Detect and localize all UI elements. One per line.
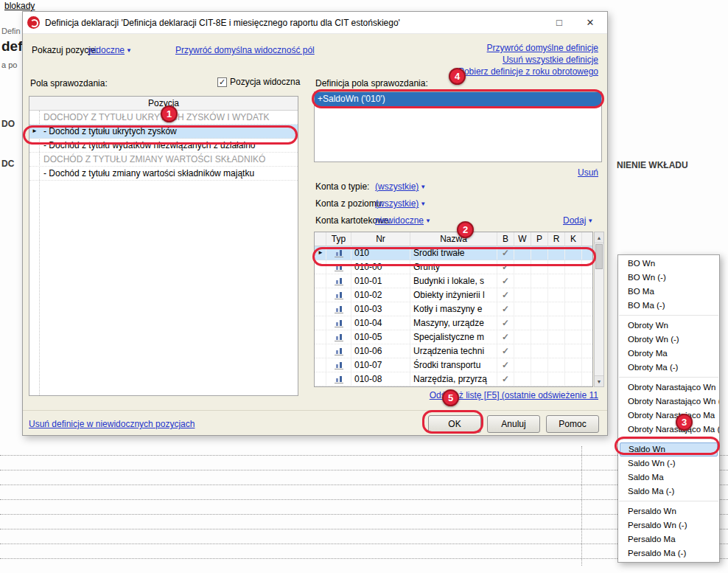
account-row[interactable]: 010-02 Obiekty inżynierii l ✓ — [315, 288, 592, 302]
check-p[interactable] — [531, 302, 548, 316]
menu-item-obroty-narastajaco-wn-minus[interactable]: Obroty Narastająco Wn (-) — [618, 395, 719, 409]
check-b[interactable]: ✓ — [497, 330, 514, 344]
check-w[interactable] — [514, 274, 531, 288]
column-nazwa[interactable]: Nazwa — [410, 232, 497, 246]
check-w[interactable] — [514, 372, 531, 386]
remove-definition-link[interactable]: Usuń — [578, 167, 598, 178]
delete-all-definitions-link[interactable]: Usuń wszystkie definicje — [458, 54, 598, 66]
column-w[interactable]: W — [514, 232, 531, 246]
account-row[interactable]: 010-08 Narzędzia, przyrzą ✓ — [315, 372, 592, 386]
check-r[interactable] — [548, 372, 565, 386]
column-nr[interactable]: Nr — [351, 232, 410, 246]
scroll-down-icon[interactable]: ▼ — [595, 375, 603, 386]
account-nr: 010-07 — [351, 358, 410, 372]
check-p[interactable] — [531, 372, 548, 386]
menu-item-obroty-wn-minus[interactable]: Obroty Wn (-) — [618, 333, 719, 347]
column-p[interactable]: P — [531, 232, 548, 246]
check-p[interactable] — [531, 288, 548, 302]
check-p[interactable] — [531, 274, 548, 288]
menu-item-saldo-ma-minus[interactable]: Saldo Ma (-) — [618, 485, 719, 499]
check-r[interactable] — [548, 344, 565, 358]
scrollbar-thumb[interactable] — [595, 244, 603, 269]
menu-item-persaldo-ma-minus[interactable]: Persaldo Ma (-) — [618, 546, 719, 560]
account-row[interactable]: 010-04 Maszyny, urządze ✓ — [315, 316, 592, 330]
account-row[interactable]: 010-05 Specjalistyczne m ✓ — [315, 330, 592, 344]
check-b[interactable]: ✓ — [497, 372, 514, 386]
check-k[interactable] — [565, 358, 582, 372]
menu-item-obroty-wn[interactable]: Obroty Wn — [618, 319, 719, 333]
show-positions-dropdown[interactable]: widoczne▼ — [88, 45, 132, 55]
check-w[interactable] — [514, 316, 531, 330]
column-k[interactable]: K — [565, 232, 582, 246]
check-r[interactable] — [548, 302, 565, 316]
check-b[interactable]: ✓ — [497, 344, 514, 358]
check-b[interactable]: ✓ — [497, 316, 514, 330]
check-k[interactable] — [565, 330, 582, 344]
check-r[interactable] — [548, 358, 565, 372]
account-row[interactable]: 010-03 Kotły i maszyny e ✓ — [315, 302, 592, 316]
column-typ[interactable]: Typ — [326, 232, 351, 246]
menu-item-persaldo-wn-minus[interactable]: Persaldo Wn (-) — [618, 518, 719, 532]
accounts-card-dropdown[interactable]: niewidoczne▼ — [375, 215, 431, 226]
check-k[interactable] — [565, 274, 582, 288]
menu-item-bo-wn[interactable]: BO Wn — [618, 257, 719, 271]
menu-item-saldo-wn-minus[interactable]: Saldo Wn (-) — [618, 456, 719, 470]
menu-item-bo-wn-minus[interactable]: BO Wn (-) — [618, 271, 719, 285]
definition-dialog: Definicja deklaracji 'Definicja deklarac… — [22, 11, 608, 436]
menu-item-persaldo-ma[interactable]: Persaldo Ma — [618, 532, 719, 546]
check-r[interactable] — [548, 288, 565, 302]
restore-default-definitions-link[interactable]: Przywróć domyślne definicje — [458, 42, 598, 54]
menu-item-persaldo-wn[interactable]: Persaldo Wn — [618, 504, 719, 518]
maximize-icon[interactable]: □ — [550, 15, 569, 31]
check-w[interactable] — [514, 358, 531, 372]
accounts-level-dropdown[interactable]: (wszystkie)▼ — [375, 198, 426, 209]
scroll-up-icon[interactable]: ▲ — [595, 232, 603, 243]
menu-item-bo-ma-minus[interactable]: BO Ma (-) — [618, 299, 719, 313]
check-b[interactable]: ✓ — [497, 302, 514, 316]
account-row[interactable]: 010-07 Środki transportu ✓ — [315, 358, 592, 372]
account-row[interactable]: 010-01 Budynki i lokale, s ✓ — [315, 274, 592, 288]
list-item[interactable]: DOCHÓD Z TYTUŁU ZMIANY WARTOŚCI SKŁADNIK… — [29, 153, 298, 167]
check-b[interactable]: ✓ — [497, 358, 514, 372]
cancel-button[interactable]: Anuluj — [487, 415, 540, 433]
position-visible-checkbox[interactable]: ✓ Pozycja widoczna — [217, 77, 300, 87]
close-icon[interactable]: ✕ — [581, 15, 600, 31]
account-row[interactable]: 010-06 Urządzenia techni ✓ — [315, 344, 592, 358]
help-button[interactable]: Pomoc — [546, 415, 599, 433]
check-r[interactable] — [548, 330, 565, 344]
menu-item-obroty-ma-minus[interactable]: Obroty Ma (-) — [618, 361, 719, 375]
list-item[interactable]: - Dochód z tytułu zmiany wartości składn… — [29, 167, 298, 181]
check-r[interactable] — [548, 274, 565, 288]
menu-item-obroty-ma[interactable]: Obroty Ma — [618, 347, 719, 361]
check-w[interactable] — [514, 330, 531, 344]
check-w[interactable] — [514, 302, 531, 316]
menu-item-obroty-narastajaco-ma-minus[interactable]: Obroty Narastająco Ma (-) — [618, 423, 719, 437]
remove-definitions-link[interactable]: Usuń definicje w niewidocznych pozycjach — [29, 419, 195, 429]
check-p[interactable] — [531, 358, 548, 372]
accounts-type-dropdown[interactable]: (wszystkie)▼ — [375, 181, 426, 192]
add-dropdown[interactable]: Dodaj▼ — [563, 215, 593, 226]
check-k[interactable] — [565, 344, 582, 358]
background-tab-blokady[interactable]: blokady — [4, 1, 35, 11]
dialog-titlebar[interactable]: Definicja deklaracji 'Definicja deklarac… — [23, 12, 607, 34]
check-p[interactable] — [531, 344, 548, 358]
check-k[interactable] — [565, 316, 582, 330]
column-b[interactable]: B — [497, 232, 514, 246]
menu-item-obroty-narastajaco-ma[interactable]: Obroty Narastająco Ma — [618, 409, 719, 423]
check-w[interactable] — [514, 344, 531, 358]
check-r[interactable] — [548, 316, 565, 330]
check-k[interactable] — [565, 302, 582, 316]
check-k[interactable] — [565, 372, 582, 386]
get-definitions-from-fiscal-year-link[interactable]: Pobierz definicje z roku obrotowego — [458, 66, 598, 77]
check-p[interactable] — [531, 316, 548, 330]
restore-visibility-link[interactable]: Przywróć domyślna widoczność pól — [175, 45, 315, 55]
menu-item-saldo-ma[interactable]: Saldo Ma — [618, 470, 719, 485]
check-w[interactable] — [514, 288, 531, 302]
check-p[interactable] — [531, 330, 548, 344]
check-b[interactable]: ✓ — [497, 288, 514, 302]
check-k[interactable] — [565, 288, 582, 302]
menu-item-bo-ma[interactable]: BO Ma — [618, 285, 719, 299]
column-r[interactable]: R — [548, 232, 565, 246]
menu-item-obroty-narastajaco-wn[interactable]: Obroty Narastająco Wn — [618, 381, 719, 395]
check-b[interactable]: ✓ — [497, 274, 514, 288]
